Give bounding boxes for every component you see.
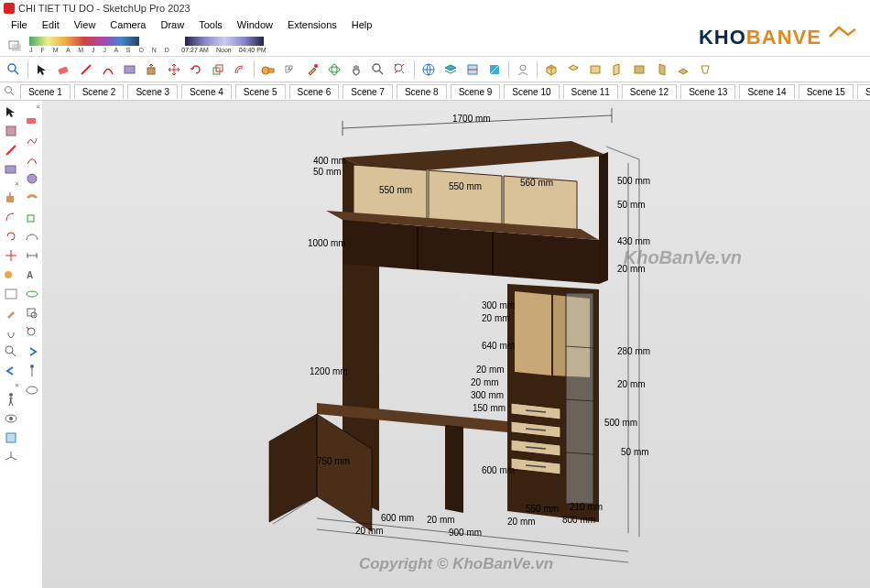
scene-tab[interactable]: Scene 10 (504, 84, 559, 99)
menu-window[interactable]: Window (230, 19, 280, 30)
paint-icon[interactable] (302, 60, 322, 80)
pushpull-icon[interactable] (142, 60, 162, 80)
scene-search-icon[interactable] (4, 85, 16, 98)
menu-tools[interactable]: Tools (191, 19, 230, 30)
text-tool-icon[interactable] (2, 285, 20, 303)
time-slider[interactable] (185, 37, 264, 46)
prev-view-icon[interactable] (2, 362, 20, 380)
scene-tab[interactable]: Scene 9 (451, 84, 501, 99)
toolbox-close-icon[interactable]: × (15, 180, 21, 188)
scene-tab[interactable]: Scene 5 (235, 84, 286, 99)
move-icon[interactable] (164, 60, 184, 80)
scene-tab[interactable]: Scene 3 (127, 84, 178, 99)
scene-tab[interactable]: Scene 1 (20, 84, 71, 99)
look-icon[interactable] (2, 409, 20, 428)
followme-icon[interactable] (23, 189, 41, 207)
scene-tab[interactable]: Scene 13 (680, 84, 735, 99)
dimension-icon[interactable] (23, 246, 41, 265)
circle-icon[interactable] (23, 169, 41, 188)
move-tool-icon[interactable] (2, 246, 20, 265)
menu-help[interactable]: Help (344, 19, 380, 30)
line-icon[interactable] (76, 60, 96, 80)
view-back-icon[interactable] (629, 60, 649, 80)
scene-tab[interactable]: Scene 2 (74, 84, 125, 99)
rectangle-icon[interactable] (120, 60, 140, 80)
zoomwin-icon[interactable] (23, 304, 41, 322)
section-icon[interactable] (462, 60, 483, 80)
scene-tab[interactable]: Scene 6 (289, 84, 340, 99)
orbit-icon[interactable] (324, 60, 344, 80)
offset-tool-icon[interactable] (2, 208, 20, 226)
select-tool-icon[interactable] (2, 103, 20, 121)
view-perspective-icon[interactable] (695, 60, 715, 80)
shadow-toggle-icon[interactable] (5, 36, 26, 54)
menu-camera[interactable]: Camera (103, 19, 153, 30)
protractor-icon[interactable] (23, 227, 41, 245)
menu-extensions[interactable]: Extensions (280, 19, 344, 30)
walk-icon[interactable] (2, 390, 20, 408)
rotate-tool-icon[interactable] (2, 227, 20, 245)
section-tool-icon[interactable] (2, 429, 20, 447)
scene-tab[interactable]: Scene 12 (622, 84, 677, 99)
select-icon[interactable] (32, 60, 52, 80)
arc-tool-icon[interactable] (23, 150, 41, 169)
view-top-icon[interactable] (563, 60, 583, 80)
zoom-tool-icon[interactable] (2, 343, 20, 361)
scene-tab[interactable]: Scene 11 (563, 84, 618, 99)
scene-tab[interactable]: Scene 4 (181, 84, 232, 99)
scene-tab[interactable]: Scene 15 (799, 84, 854, 99)
line-tool-icon[interactable] (2, 141, 20, 159)
toolbox-close-icon[interactable]: × (15, 381, 21, 389)
orbit-tool-icon[interactable] (23, 285, 41, 303)
menu-draw[interactable]: Draw (153, 19, 191, 30)
pushpull-tool-icon[interactable] (2, 189, 20, 207)
view-left-icon[interactable] (651, 60, 671, 80)
zoom-icon[interactable] (368, 60, 388, 80)
user-icon[interactable] (513, 60, 533, 80)
menu-edit[interactable]: Edit (35, 19, 67, 30)
styles-icon[interactable] (484, 60, 505, 80)
eye-icon[interactable] (23, 381, 41, 399)
eraser-icon[interactable] (54, 60, 74, 80)
rotate-icon[interactable] (186, 60, 206, 80)
rect-tool-icon[interactable] (2, 160, 20, 179)
axes-tool-icon[interactable] (2, 448, 20, 466)
next-view-icon[interactable] (23, 343, 41, 361)
svg-text:A: A (27, 270, 33, 280)
offset-icon[interactable] (230, 60, 250, 80)
model-viewport[interactable]: 1700 mm 400 mm 50 mm 550 mm 550 mm 560 m… (42, 101, 870, 588)
svg-rect-4 (58, 66, 68, 74)
svg-point-38 (9, 417, 13, 420)
layers-icon[interactable] (440, 60, 461, 80)
scene-tab[interactable]: Scene 7 (343, 84, 393, 99)
menu-file[interactable]: File (4, 19, 35, 30)
text-icon[interactable]: A (280, 60, 300, 80)
paint-tool-icon[interactable] (2, 304, 20, 322)
view-bottom-icon[interactable] (673, 60, 693, 80)
tape-icon[interactable] (258, 60, 278, 80)
freehand-icon[interactable] (23, 131, 41, 149)
arc-icon[interactable] (98, 60, 118, 80)
eraser-tool-icon[interactable] (23, 112, 41, 130)
scene-tab[interactable]: Scene 8 (397, 84, 447, 99)
scale-tool-icon[interactable] (23, 208, 41, 226)
pan-tool-icon[interactable] (2, 323, 20, 342)
date-slider[interactable] (29, 37, 139, 46)
toolbox-close-icon[interactable]: × (36, 103, 42, 111)
geo-icon[interactable] (419, 60, 439, 80)
menu-view[interactable]: View (67, 19, 103, 30)
scene-tab[interactable]: Scene 14 (739, 84, 794, 99)
tape-tool-icon[interactable] (2, 266, 20, 284)
component-icon[interactable] (2, 122, 20, 140)
3dtext-icon[interactable]: A (23, 266, 41, 284)
view-front-icon[interactable] (585, 60, 605, 80)
scale-icon[interactable] (208, 60, 228, 80)
position-camera-icon[interactable] (23, 362, 41, 380)
pan-icon[interactable] (346, 60, 366, 80)
search-icon[interactable] (4, 60, 24, 80)
view-iso-icon[interactable] (541, 60, 561, 80)
zoom-extents-icon[interactable] (390, 60, 410, 80)
scene-tab[interactable]: Scene 16 (857, 84, 870, 99)
zoomext-icon[interactable] (23, 323, 41, 342)
view-right-icon[interactable] (607, 60, 627, 80)
